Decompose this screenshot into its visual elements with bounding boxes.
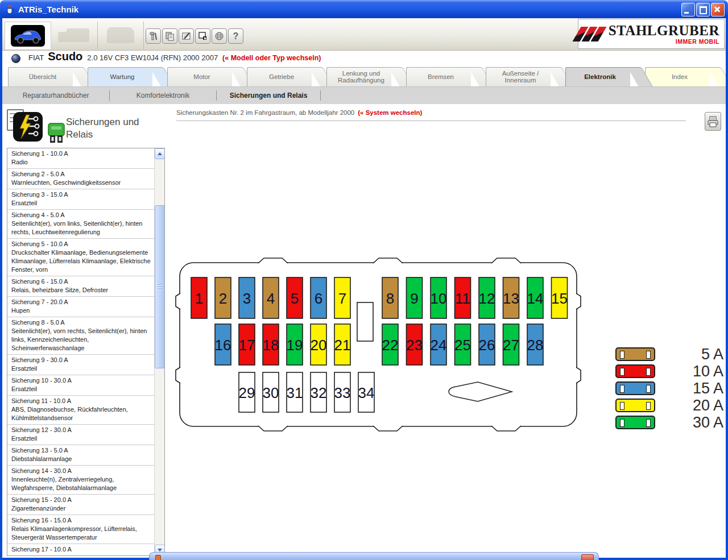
fuse-list-item[interactable]: Sicherung 4 - 5.0 ASeitenlicht(er), vorn… [7, 210, 155, 239]
legend-fuse-swatch [615, 399, 655, 412]
legend-amp-label: 20 A [661, 399, 723, 412]
tab-außenseite-innenraum[interactable]: Außenseite / Innenraum [486, 67, 563, 86]
fuse-32[interactable]: 32 [311, 372, 327, 412]
subtab-sicherungen-und-relais[interactable]: Sicherungen und Relais [217, 92, 320, 99]
maximize-icon [700, 6, 707, 14]
fuse-31[interactable]: 31 [287, 372, 303, 412]
fuse-23[interactable]: 23 [406, 324, 423, 365]
fuse-list-item[interactable]: Sicherung 3 - 15.0 AErsatzteil [7, 189, 155, 210]
fuse-27[interactable]: 27 [503, 324, 519, 365]
tool-buttons: ? [146, 28, 243, 44]
print-button[interactable] [705, 112, 721, 131]
fuse-item-name: Sicherung 14 - 30.0 A [11, 467, 152, 475]
close-button[interactable] [711, 3, 725, 16]
fuse-28[interactable]: 28 [527, 324, 544, 365]
fuse-14[interactable]: 14 [527, 277, 544, 318]
fuse-list-item[interactable]: Sicherung 13 - 5.0 ADiebstahlalarmanlage [7, 445, 155, 466]
tab-lenkung-und-radaufhängung[interactable]: Lenkung und Radaufhängung [326, 67, 404, 86]
help-button[interactable]: ? [228, 28, 243, 44]
fuse-34[interactable]: 34 [358, 372, 375, 412]
fuse-6[interactable]: 6 [311, 277, 326, 318]
fuse-item-name: Sicherung 9 - 30.0 A [11, 356, 152, 364]
fuse-9[interactable]: 9 [407, 277, 423, 318]
fuse-13[interactable]: 13 [503, 277, 519, 318]
tab-elektronik[interactable]: Elektronik [565, 67, 643, 88]
tab-bremsen[interactable]: Bremsen [406, 67, 483, 86]
fuse-10[interactable]: 10 [431, 277, 447, 318]
fuse-list-item[interactable]: Sicherung 7 - 20.0 AHupen [7, 297, 155, 317]
van-vehicle-button[interactable] [98, 22, 144, 49]
background-window-close-button[interactable] [581, 554, 594, 560]
fuse-list-item[interactable]: Sicherung 16 - 15.0 ARelais Klimaanlagen… [7, 515, 155, 544]
fuse-2[interactable]: 2 [215, 277, 231, 318]
fuse-list-item[interactable]: Sicherung 12 - 30.0 AErsatzteil [7, 425, 155, 445]
vehicle-info-bar: FIAT Scudo 2.0 16V CF3 EW10J4 (RFN) 2000… [2, 50, 726, 67]
fuse-15[interactable]: 15 [551, 277, 568, 318]
fuse-26[interactable]: 26 [479, 324, 495, 365]
fuse-list-item[interactable]: Sicherung 11 - 10.0 AABS, Diagnosebuchse… [7, 396, 155, 425]
fuse-number: 24 [431, 337, 447, 354]
fuse-30[interactable]: 30 [263, 372, 279, 412]
globe-button[interactable] [212, 28, 227, 44]
fuse-24[interactable]: 24 [431, 324, 447, 365]
legend-amp-label: 30 A [661, 416, 723, 429]
tab-übersicht[interactable]: Übersicht [8, 67, 85, 86]
fuse-21[interactable]: 21 [334, 324, 351, 365]
fuse-list-item[interactable]: Sicherung 15 - 20.0 AZigarettenanzünder [7, 495, 155, 515]
change-system-link[interactable]: (« System wechseln) [358, 109, 422, 116]
fuse-list-item[interactable]: Sicherung 17 - 10.0 ANebelscheinwerfer, … [7, 544, 155, 555]
fuse-item-name: Sicherung 4 - 5.0 A [11, 211, 152, 219]
fuse-12[interactable]: 12 [479, 277, 495, 318]
fuse-3[interactable]: 3 [239, 277, 255, 318]
fuse-list-item[interactable]: Sicherung 14 - 30.0 AInnenleuchte(n), Ze… [7, 466, 155, 495]
subtab-reparaturhandbücher[interactable]: Reparaturhandbücher [2, 92, 109, 99]
fuse-11[interactable]: 11 [455, 277, 471, 318]
tab-motor[interactable]: Motor [167, 67, 245, 86]
fuse-5[interactable]: 5 [287, 277, 303, 318]
fuse-list-item[interactable]: Sicherung 2 - 5.0 AWarnleuchten, Geschwi… [7, 169, 155, 189]
tools-button[interactable] [146, 28, 161, 44]
fuse-item-name: Sicherung 15 - 20.0 A [11, 496, 152, 504]
fuse-list-item[interactable]: Sicherung 1 - 10.0 ARadio [7, 148, 155, 169]
fuse-number: 18 [263, 337, 279, 354]
fuse-1[interactable]: 1 [191, 277, 207, 318]
fuse-33[interactable]: 33 [334, 372, 351, 412]
fuse-18[interactable]: 18 [263, 324, 279, 365]
fuse-17[interactable]: 17 [239, 324, 255, 365]
window-titlebar[interactable]: ATRis_Technik [0, 0, 728, 18]
fuse-16[interactable]: 16 [215, 324, 231, 365]
fuse-list-item[interactable]: Sicherung 5 - 10.0 ADruckschalter Klimaa… [7, 239, 155, 276]
fuse-19[interactable]: 19 [287, 324, 303, 365]
fuse-22[interactable]: 22 [382, 324, 399, 365]
truck-vehicle-button[interactable] [51, 22, 98, 49]
fuse-25[interactable]: 25 [454, 324, 471, 365]
fuse-29[interactable]: 29 [239, 372, 255, 412]
tab-index[interactable]: Index [645, 67, 722, 86]
fuse-list-item[interactable]: Sicherung 8 - 5.0 ASeitenlicht(er), vorn… [7, 317, 155, 355]
fuse-item-description: Warnleuchten, Geschwindigkeitssensor [11, 179, 152, 187]
fuse-list-item[interactable]: Sicherung 10 - 30.0 AErsatzteil [7, 375, 155, 396]
new-window-button[interactable] [195, 28, 210, 44]
scroll-up-button[interactable] [155, 148, 165, 159]
scrollbar-thumb[interactable] [155, 205, 165, 368]
fuse-list-item[interactable]: Sicherung 9 - 30.0 AErsatzteil [7, 355, 155, 375]
fuse-list-item[interactable]: Sicherung 6 - 15.0 ARelais, beheizbare S… [7, 276, 155, 297]
tab-getriebe[interactable]: Getriebe [247, 67, 324, 86]
car-vehicle-button[interactable] [5, 22, 51, 50]
maximize-button[interactable] [696, 3, 710, 16]
fuse-item-description: Ersatzteil [11, 385, 152, 393]
fuse-7[interactable]: 7 [334, 277, 350, 318]
subtab-komfortelektronik[interactable]: Komfortelektronik [110, 92, 216, 99]
fuse-list: Sicherung 1 - 10.0 ARadioSicherung 2 - 5… [7, 148, 165, 556]
fuse-item-name: Sicherung 1 - 10.0 A [11, 150, 152, 158]
copy-button[interactable] [162, 28, 177, 44]
fuse-4[interactable]: 4 [263, 277, 279, 318]
fuse-20[interactable]: 20 [311, 324, 327, 365]
scrollbar[interactable] [154, 148, 164, 555]
notes-button[interactable] [179, 28, 194, 44]
minimize-button[interactable] [681, 3, 695, 16]
background-window-titlebar[interactable] [149, 552, 599, 560]
tab-wartung[interactable]: Wartung [88, 67, 165, 86]
fuse-8[interactable]: 8 [382, 277, 398, 318]
change-model-link[interactable]: (« Modell oder Typ wechseln) [222, 54, 321, 62]
